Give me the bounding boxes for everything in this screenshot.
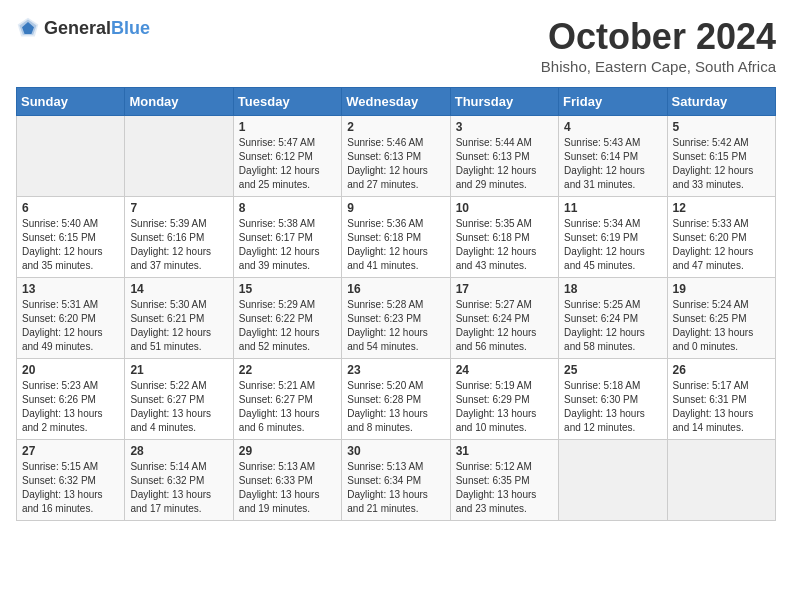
calendar-cell: 6Sunrise: 5:40 AMSunset: 6:15 PMDaylight… [17,197,125,278]
day-info: Sunrise: 5:21 AMSunset: 6:27 PMDaylight:… [239,379,336,435]
day-number: 19 [673,282,770,296]
calendar-week-row: 1Sunrise: 5:47 AMSunset: 6:12 PMDaylight… [17,116,776,197]
calendar-week-row: 13Sunrise: 5:31 AMSunset: 6:20 PMDayligh… [17,278,776,359]
weekday-header: Saturday [667,88,775,116]
day-number: 26 [673,363,770,377]
calendar-cell [17,116,125,197]
day-info: Sunrise: 5:18 AMSunset: 6:30 PMDaylight:… [564,379,661,435]
calendar-week-row: 6Sunrise: 5:40 AMSunset: 6:15 PMDaylight… [17,197,776,278]
calendar-cell: 5Sunrise: 5:42 AMSunset: 6:15 PMDaylight… [667,116,775,197]
day-number: 30 [347,444,444,458]
weekday-header: Wednesday [342,88,450,116]
day-info: Sunrise: 5:24 AMSunset: 6:25 PMDaylight:… [673,298,770,354]
day-number: 8 [239,201,336,215]
day-number: 18 [564,282,661,296]
weekday-header: Thursday [450,88,558,116]
day-info: Sunrise: 5:31 AMSunset: 6:20 PMDaylight:… [22,298,119,354]
day-number: 5 [673,120,770,134]
day-info: Sunrise: 5:13 AMSunset: 6:33 PMDaylight:… [239,460,336,516]
day-info: Sunrise: 5:38 AMSunset: 6:17 PMDaylight:… [239,217,336,273]
day-number: 17 [456,282,553,296]
day-number: 28 [130,444,227,458]
day-number: 25 [564,363,661,377]
day-info: Sunrise: 5:43 AMSunset: 6:14 PMDaylight:… [564,136,661,192]
day-info: Sunrise: 5:22 AMSunset: 6:27 PMDaylight:… [130,379,227,435]
day-number: 2 [347,120,444,134]
calendar-cell: 8Sunrise: 5:38 AMSunset: 6:17 PMDaylight… [233,197,341,278]
page-header: GeneralBlue October 2024 Bhisho, Eastern… [16,16,776,75]
calendar-cell: 1Sunrise: 5:47 AMSunset: 6:12 PMDaylight… [233,116,341,197]
day-number: 21 [130,363,227,377]
calendar-week-row: 20Sunrise: 5:23 AMSunset: 6:26 PMDayligh… [17,359,776,440]
day-number: 27 [22,444,119,458]
calendar-cell: 10Sunrise: 5:35 AMSunset: 6:18 PMDayligh… [450,197,558,278]
day-number: 1 [239,120,336,134]
day-number: 15 [239,282,336,296]
day-number: 14 [130,282,227,296]
day-info: Sunrise: 5:30 AMSunset: 6:21 PMDaylight:… [130,298,227,354]
day-number: 16 [347,282,444,296]
day-info: Sunrise: 5:40 AMSunset: 6:15 PMDaylight:… [22,217,119,273]
calendar-table: SundayMondayTuesdayWednesdayThursdayFrid… [16,87,776,521]
logo-icon [16,16,40,40]
weekday-header: Monday [125,88,233,116]
calendar-cell: 2Sunrise: 5:46 AMSunset: 6:13 PMDaylight… [342,116,450,197]
logo-general-text: GeneralBlue [44,18,150,39]
calendar-cell: 9Sunrise: 5:36 AMSunset: 6:18 PMDaylight… [342,197,450,278]
day-number: 22 [239,363,336,377]
day-info: Sunrise: 5:15 AMSunset: 6:32 PMDaylight:… [22,460,119,516]
day-info: Sunrise: 5:39 AMSunset: 6:16 PMDaylight:… [130,217,227,273]
day-number: 13 [22,282,119,296]
calendar-cell: 11Sunrise: 5:34 AMSunset: 6:19 PMDayligh… [559,197,667,278]
day-info: Sunrise: 5:19 AMSunset: 6:29 PMDaylight:… [456,379,553,435]
calendar-header-row: SundayMondayTuesdayWednesdayThursdayFrid… [17,88,776,116]
day-info: Sunrise: 5:46 AMSunset: 6:13 PMDaylight:… [347,136,444,192]
day-number: 31 [456,444,553,458]
day-number: 12 [673,201,770,215]
calendar-cell: 4Sunrise: 5:43 AMSunset: 6:14 PMDaylight… [559,116,667,197]
day-info: Sunrise: 5:12 AMSunset: 6:35 PMDaylight:… [456,460,553,516]
calendar-cell: 13Sunrise: 5:31 AMSunset: 6:20 PMDayligh… [17,278,125,359]
calendar-cell: 7Sunrise: 5:39 AMSunset: 6:16 PMDaylight… [125,197,233,278]
day-info: Sunrise: 5:13 AMSunset: 6:34 PMDaylight:… [347,460,444,516]
day-number: 24 [456,363,553,377]
logo: GeneralBlue [16,16,150,40]
calendar-cell: 22Sunrise: 5:21 AMSunset: 6:27 PMDayligh… [233,359,341,440]
calendar-cell: 14Sunrise: 5:30 AMSunset: 6:21 PMDayligh… [125,278,233,359]
day-number: 29 [239,444,336,458]
calendar-cell: 29Sunrise: 5:13 AMSunset: 6:33 PMDayligh… [233,440,341,521]
day-info: Sunrise: 5:47 AMSunset: 6:12 PMDaylight:… [239,136,336,192]
day-info: Sunrise: 5:25 AMSunset: 6:24 PMDaylight:… [564,298,661,354]
calendar-cell: 25Sunrise: 5:18 AMSunset: 6:30 PMDayligh… [559,359,667,440]
calendar-cell: 31Sunrise: 5:12 AMSunset: 6:35 PMDayligh… [450,440,558,521]
calendar-cell: 16Sunrise: 5:28 AMSunset: 6:23 PMDayligh… [342,278,450,359]
day-info: Sunrise: 5:34 AMSunset: 6:19 PMDaylight:… [564,217,661,273]
day-number: 7 [130,201,227,215]
calendar-cell: 19Sunrise: 5:24 AMSunset: 6:25 PMDayligh… [667,278,775,359]
calendar-cell: 17Sunrise: 5:27 AMSunset: 6:24 PMDayligh… [450,278,558,359]
day-info: Sunrise: 5:35 AMSunset: 6:18 PMDaylight:… [456,217,553,273]
calendar-cell: 30Sunrise: 5:13 AMSunset: 6:34 PMDayligh… [342,440,450,521]
weekday-header: Tuesday [233,88,341,116]
day-info: Sunrise: 5:28 AMSunset: 6:23 PMDaylight:… [347,298,444,354]
weekday-header: Friday [559,88,667,116]
day-info: Sunrise: 5:14 AMSunset: 6:32 PMDaylight:… [130,460,227,516]
day-number: 20 [22,363,119,377]
day-number: 23 [347,363,444,377]
month-title: October 2024 [541,16,776,58]
calendar-cell: 18Sunrise: 5:25 AMSunset: 6:24 PMDayligh… [559,278,667,359]
calendar-cell: 24Sunrise: 5:19 AMSunset: 6:29 PMDayligh… [450,359,558,440]
location-subtitle: Bhisho, Eastern Cape, South Africa [541,58,776,75]
calendar-cell: 21Sunrise: 5:22 AMSunset: 6:27 PMDayligh… [125,359,233,440]
day-number: 4 [564,120,661,134]
calendar-cell [559,440,667,521]
calendar-cell: 3Sunrise: 5:44 AMSunset: 6:13 PMDaylight… [450,116,558,197]
calendar-cell: 27Sunrise: 5:15 AMSunset: 6:32 PMDayligh… [17,440,125,521]
calendar-week-row: 27Sunrise: 5:15 AMSunset: 6:32 PMDayligh… [17,440,776,521]
day-info: Sunrise: 5:42 AMSunset: 6:15 PMDaylight:… [673,136,770,192]
calendar-body: 1Sunrise: 5:47 AMSunset: 6:12 PMDaylight… [17,116,776,521]
weekday-header: Sunday [17,88,125,116]
day-info: Sunrise: 5:36 AMSunset: 6:18 PMDaylight:… [347,217,444,273]
title-area: October 2024 Bhisho, Eastern Cape, South… [541,16,776,75]
day-info: Sunrise: 5:29 AMSunset: 6:22 PMDaylight:… [239,298,336,354]
